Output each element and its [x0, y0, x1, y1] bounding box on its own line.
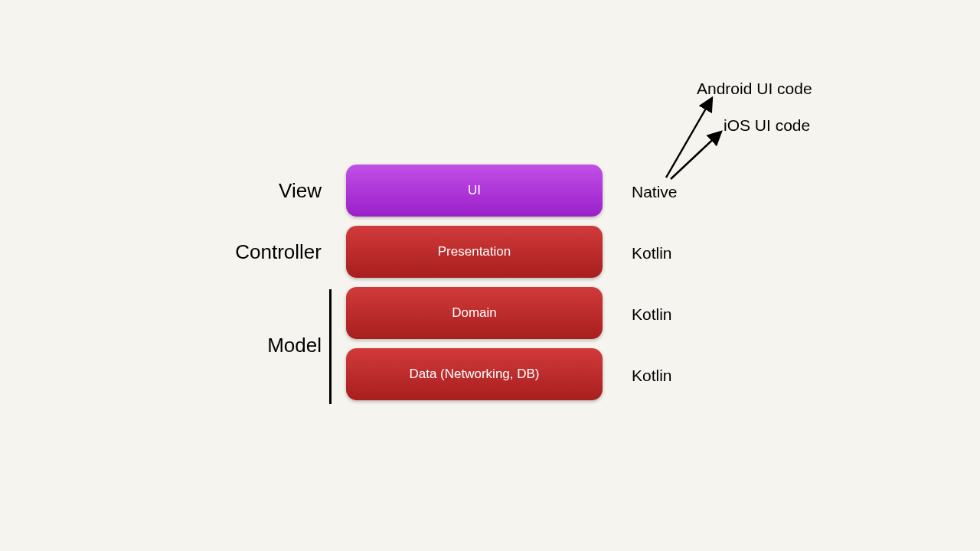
block-domain-text: Domain: [452, 305, 497, 321]
label-native: Native: [632, 183, 678, 201]
arrow-ios: [671, 132, 721, 179]
block-presentation-text: Presentation: [438, 244, 511, 259]
block-data: Data (Networking, DB): [346, 348, 603, 400]
label-kotlin-data: Kotlin: [632, 367, 672, 385]
block-data-text: Data (Networking, DB): [409, 367, 539, 382]
block-domain: Domain: [346, 287, 603, 339]
annotation-ios: iOS UI code: [724, 116, 810, 135]
annotation-android: Android UI code: [697, 80, 812, 98]
block-presentation: Presentation: [346, 226, 603, 278]
label-kotlin-presentation: Kotlin: [632, 244, 672, 262]
block-ui: UI: [346, 165, 603, 217]
label-view: View: [168, 179, 322, 203]
arrow-android: [666, 98, 712, 178]
model-bracket: [329, 289, 332, 404]
label-model: Model: [168, 334, 322, 357]
label-kotlin-domain: Kotlin: [632, 305, 672, 324]
block-ui-text: UI: [468, 183, 481, 198]
architecture-diagram: View UI Native Controller Presentation K…: [0, 0, 980, 551]
label-controller: Controller: [168, 240, 322, 264]
